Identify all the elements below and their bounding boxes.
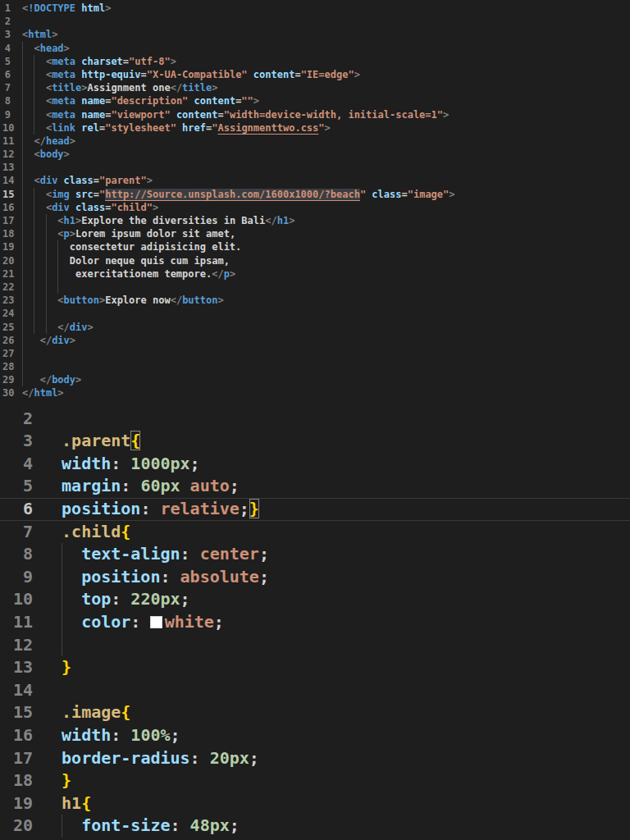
code-line[interactable]: 11 </head>: [0, 135, 630, 148]
code-line[interactable]: 4 <head>: [0, 42, 630, 55]
code-line[interactable]: 11 color: white;: [0, 611, 630, 634]
code-line[interactable]: 14 <div class="parent">: [0, 174, 630, 187]
indent-guide: [34, 254, 34, 267]
code-line[interactable]: 3 .parent{: [0, 430, 630, 453]
code-line[interactable]: 29 </body>: [0, 373, 630, 386]
code-line[interactable]: 1<!DOCTYPE html>: [0, 2, 630, 15]
code-line[interactable]: 19 consectetur adipisicing elit.: [0, 240, 630, 253]
code-line[interactable]: 26 </div>: [0, 334, 630, 347]
code-text: [52, 408, 630, 431]
code-line[interactable]: 20 Dolor neque quis cum ipsam,: [0, 254, 630, 267]
code-text: <div class="parent">: [22, 174, 630, 187]
code-line[interactable]: 9 <meta name="viewport" content="width=d…: [0, 108, 630, 121]
line-number: 26: [0, 334, 11, 347]
code-line[interactable]: 3<html>: [0, 28, 630, 41]
indent-guide: [22, 161, 23, 174]
line-number: 6: [0, 68, 11, 81]
indent-guide: [34, 94, 34, 107]
code-editor: 1<!DOCTYPE html>23<html>4 <head>5 <meta …: [0, 0, 630, 840]
code-line[interactable]: 7 <title>Assignment one</title>: [0, 81, 630, 94]
code-text: <meta http-equiv="X-UA-Compatible" conte…: [22, 68, 630, 81]
line-number: 28: [0, 360, 11, 373]
code-line[interactable]: 15 .image{: [0, 701, 630, 724]
indent-guide: [46, 254, 47, 267]
code-text: .child{: [52, 521, 630, 544]
code-text: [22, 281, 630, 294]
indent-guide: [57, 267, 58, 281]
code-line[interactable]: 25 </div>: [0, 321, 630, 334]
code-line[interactable]: 5 margin: 60px auto;: [0, 475, 630, 498]
indent-guide: [34, 214, 34, 227]
code-line[interactable]: 9 position: absolute;: [0, 566, 630, 589]
code-line[interactable]: 17 <h1>Explore the diversities in Bali</…: [0, 214, 630, 227]
indent-guide: [22, 307, 23, 320]
code-line[interactable]: 12: [0, 634, 630, 657]
line-number: 23: [0, 294, 11, 307]
document-link[interactable]: Assignmenttwo.css: [217, 122, 318, 134]
code-line[interactable]: 6 position: relative;}: [0, 498, 630, 521]
indent-guide: [22, 94, 23, 107]
code-line[interactable]: 21 exercitationem tempore.</p>: [0, 267, 630, 281]
code-line[interactable]: 28: [0, 360, 630, 373]
indent-guide: [46, 267, 47, 281]
line-number: 19: [0, 792, 33, 815]
code-line[interactable]: 10 <link rel="stylesheet" href="Assignme…: [0, 121, 630, 135]
code-text: </body>: [22, 373, 630, 386]
code-line[interactable]: 5 <meta charset="utf-8">: [0, 55, 630, 68]
code-text: <meta charset="utf-8">: [22, 55, 630, 68]
indent-guide: [34, 307, 34, 320]
code-line[interactable]: 2: [0, 408, 630, 431]
line-number: 4: [0, 453, 33, 476]
code-line[interactable]: 13: [0, 161, 630, 174]
code-text: <title>Assignment one</title>: [22, 81, 630, 94]
indent-guide: [34, 267, 34, 281]
document-link[interactable]: http://Source.unsplash.com/1600x1000/?be…: [105, 189, 360, 200]
code-line[interactable]: 20 font-size: 48px;: [0, 815, 630, 838]
code-line[interactable]: 7 .child{: [0, 521, 630, 544]
line-number: 17: [0, 214, 11, 227]
line-number: 8: [0, 543, 33, 566]
code-text: <div class="child">: [22, 201, 630, 214]
code-text: </head>: [22, 135, 630, 148]
code-line[interactable]: 30</html>: [0, 386, 630, 399]
code-line[interactable]: 15 <img src="http://Source.unsplash.com/…: [0, 188, 630, 201]
indent-guide: [34, 281, 34, 294]
code-line[interactable]: 23 <button>Explore now</button>: [0, 294, 630, 307]
code-line[interactable]: 19 h1{: [0, 792, 630, 815]
line-number: 14: [0, 174, 11, 187]
code-line[interactable]: 8 text-align: center;: [0, 543, 630, 566]
code-line[interactable]: 24: [0, 307, 630, 320]
html-editor-pane[interactable]: 1<!DOCTYPE html>23<html>4 <head>5 <meta …: [0, 0, 630, 400]
code-line[interactable]: 13 }: [0, 656, 630, 679]
code-line[interactable]: 27: [0, 347, 630, 360]
code-line[interactable]: 12 <body>: [0, 148, 630, 161]
line-number: 15: [0, 701, 33, 724]
indent-guide: [34, 108, 34, 121]
indent-guide: [57, 240, 58, 253]
code-text: [22, 15, 630, 28]
code-line[interactable]: 16 <div class="child">: [0, 201, 630, 214]
code-line[interactable]: 22: [0, 281, 630, 294]
code-line[interactable]: 14: [0, 679, 630, 702]
css-editor-pane[interactable]: 23 .parent{4 width: 1000px;5 margin: 60p…: [0, 408, 630, 838]
indent-guide: [22, 108, 23, 121]
indent-guide: [62, 611, 62, 634]
code-line[interactable]: 16 width: 100%;: [0, 724, 630, 747]
code-line[interactable]: 2: [0, 15, 630, 28]
indent-guide: [62, 815, 62, 838]
code-text: consectetur adipisicing elit.: [22, 240, 630, 253]
code-line[interactable]: 6 <meta http-equiv="X-UA-Compatible" con…: [0, 68, 630, 81]
code-line[interactable]: 18 <p>Lorem ipsum dolor sit amet,: [0, 227, 630, 240]
indent-guide: [22, 188, 23, 201]
code-line[interactable]: 10 top: 220px;: [0, 588, 630, 611]
code-line[interactable]: 17 border-radius: 20px;: [0, 747, 630, 770]
indent-guide: [57, 254, 58, 267]
code-line[interactable]: 18 }: [0, 769, 630, 792]
code-line[interactable]: 8 <meta name="description" content="">: [0, 94, 630, 107]
indent-guide: [22, 201, 23, 214]
code-line[interactable]: 4 width: 1000px;: [0, 453, 630, 476]
code-text: border-radius: 20px;: [52, 747, 630, 770]
indent-guide: [22, 240, 23, 253]
indent-guide: [46, 214, 47, 227]
indent-guide: [46, 307, 47, 320]
